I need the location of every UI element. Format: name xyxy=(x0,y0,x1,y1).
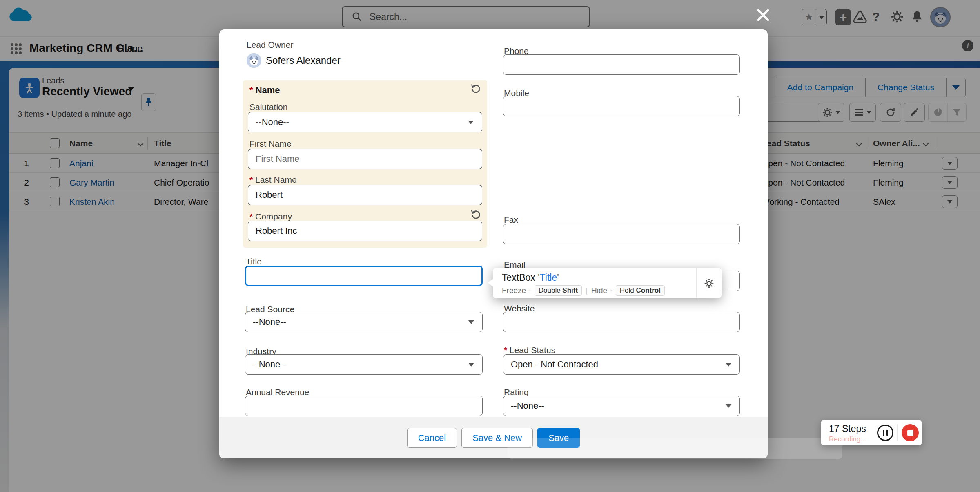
chevron-down-icon xyxy=(726,363,731,367)
shortcut-divider: | xyxy=(586,286,588,295)
tooltip-target: TextBox 'Title' xyxy=(502,272,559,283)
company-input[interactable] xyxy=(248,221,482,241)
tooltip-pointer xyxy=(488,279,493,287)
tooltip-settings-button[interactable] xyxy=(696,268,722,298)
chevron-down-icon xyxy=(468,121,474,124)
hide-label: Hide - xyxy=(591,286,612,295)
background-peek-panel xyxy=(508,438,842,459)
stop-icon xyxy=(907,430,913,436)
lead-source-value: --None-- xyxy=(253,317,286,327)
lead-status-select[interactable]: Open - Not Contacted xyxy=(503,354,740,375)
fax-input[interactable] xyxy=(503,224,740,244)
stop-recording-button[interactable] xyxy=(902,424,919,441)
gear-icon xyxy=(704,278,715,289)
pause-icon xyxy=(883,430,884,436)
undo-icon[interactable] xyxy=(469,208,482,221)
rating-select[interactable]: --None-- xyxy=(503,396,740,416)
lead-owner-value: Sofers Alexander xyxy=(266,55,341,66)
new-lead-modal: Lead Owner Sofers Alexander Name Salutat… xyxy=(219,29,768,458)
close-icon[interactable] xyxy=(755,7,772,24)
rating-value: --None-- xyxy=(511,400,544,411)
title-label: Title xyxy=(246,257,262,266)
tooltip-target-name: Title xyxy=(540,272,557,283)
lead-owner-avatar-icon xyxy=(247,53,261,68)
recorder-divider xyxy=(897,424,898,441)
lead-owner-label: Lead Owner xyxy=(247,40,293,50)
step-recorder-widget: 17 Steps Recording... xyxy=(821,420,922,445)
salutation-value: --None-- xyxy=(256,117,289,127)
chevron-down-icon xyxy=(468,363,474,367)
mobile-input[interactable] xyxy=(503,96,740,116)
pause-button[interactable] xyxy=(877,425,893,441)
salutation-select[interactable]: --None-- xyxy=(248,112,482,132)
screen: ★ + ? xyxy=(0,0,980,492)
chevron-down-icon xyxy=(468,320,474,324)
phone-input[interactable] xyxy=(503,54,740,75)
undo-icon[interactable] xyxy=(469,83,482,96)
fax-label: Fax xyxy=(504,215,518,225)
last-name-label: Last Name xyxy=(249,175,297,185)
tooltip-component-type: TextBox xyxy=(502,272,535,283)
lead-source-select[interactable]: --None-- xyxy=(245,312,483,332)
hide-shortcut-chip: Hold Control xyxy=(616,285,665,296)
first-name-input[interactable] xyxy=(248,149,482,169)
title-input[interactable] xyxy=(245,266,483,286)
recorder-steps-count: 17 Steps xyxy=(829,423,866,434)
lead-status-value: Open - Not Contacted xyxy=(511,359,598,370)
freeze-shortcut-chip: Double Shift xyxy=(535,285,582,296)
salutation-label: Salutation xyxy=(249,102,287,112)
first-name-label: First Name xyxy=(249,139,292,149)
last-name-input[interactable] xyxy=(248,185,482,205)
element-inspector-tooltip: TextBox 'Title' Freeze - Double Shift | … xyxy=(493,268,722,298)
industry-value: --None-- xyxy=(253,359,286,370)
annual-revenue-input[interactable] xyxy=(245,396,483,416)
lead-status-label: Lead Status xyxy=(504,345,555,355)
industry-select[interactable]: --None-- xyxy=(245,354,483,375)
company-label: Company xyxy=(249,212,292,221)
recorder-status: Recording... xyxy=(829,435,866,443)
chevron-down-icon xyxy=(726,404,731,408)
name-section-label: Name xyxy=(249,85,280,96)
cancel-button[interactable]: Cancel xyxy=(407,428,457,448)
tooltip-quote: ' xyxy=(557,272,559,283)
tooltip-shortcuts: Freeze - Double Shift | Hide - Hold Cont… xyxy=(502,285,665,296)
freeze-label: Freeze - xyxy=(502,286,531,295)
pause-icon xyxy=(886,430,888,436)
website-input[interactable] xyxy=(503,312,740,332)
